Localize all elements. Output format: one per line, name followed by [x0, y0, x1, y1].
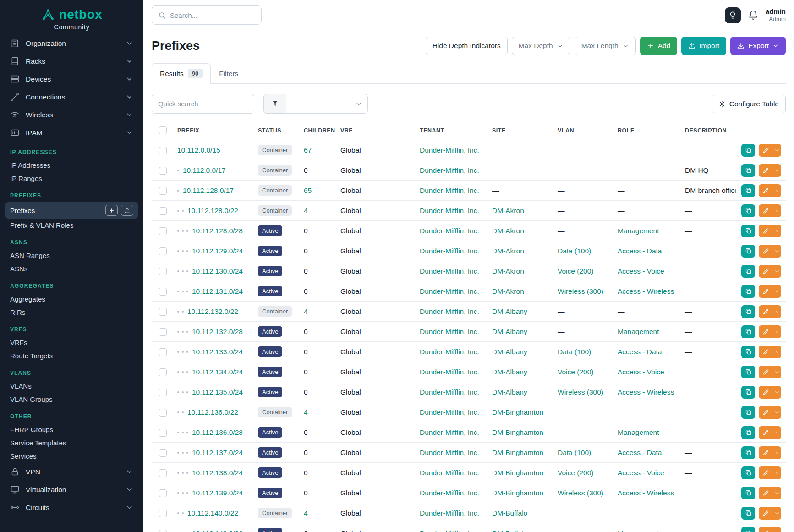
children-count-link[interactable]: 67	[304, 146, 312, 154]
copy-button[interactable]	[741, 265, 755, 278]
site-link[interactable]: DM-Akron	[492, 227, 524, 235]
vlan-link[interactable]: Voice (200)	[558, 368, 593, 376]
edit-button[interactable]	[759, 386, 772, 399]
row-checkbox[interactable]	[159, 348, 167, 356]
vlan-link[interactable]: Data (100)	[558, 348, 591, 356]
tenant-link[interactable]: Dunder-Mifflin, Inc.	[420, 287, 479, 295]
sidebar-link-ip-ranges[interactable]: IP Ranges	[5, 172, 138, 185]
edit-dropdown-toggle[interactable]	[772, 386, 781, 399]
edit-button[interactable]	[759, 507, 772, 520]
edit-button[interactable]	[759, 527, 772, 532]
prefix-link[interactable]: 10.112.131.0/24	[192, 287, 243, 295]
copy-button[interactable]	[741, 487, 755, 499]
role-link[interactable]: Management	[618, 328, 659, 335]
row-checkbox[interactable]	[159, 429, 167, 437]
site-link[interactable]: DM-Albany	[492, 307, 527, 315]
edit-button[interactable]	[759, 366, 772, 378]
column-header-prefix[interactable]: PREFIX	[173, 121, 253, 140]
copy-button[interactable]	[741, 366, 755, 378]
role-link[interactable]: Access - Wireless	[618, 287, 674, 295]
edit-dropdown-toggle[interactable]	[772, 144, 781, 157]
role-link[interactable]: Management	[618, 227, 659, 235]
site-link[interactable]: DM-Akron	[492, 287, 524, 295]
prefix-link[interactable]: 10.112.134.0/24	[192, 368, 243, 376]
saved-filter-select[interactable]	[286, 94, 368, 114]
vlan-link[interactable]: Wireless (300)	[558, 287, 603, 295]
edit-dropdown-toggle[interactable]	[772, 507, 781, 520]
brand[interactable]: netbox Community	[0, 0, 143, 31]
sidebar-link-rirs[interactable]: RIRs	[5, 306, 138, 319]
tenant-link[interactable]: Dunder-Mifflin, Inc.	[420, 489, 479, 497]
edit-button[interactable]	[759, 285, 772, 298]
max-depth-dropdown[interactable]: Max Depth	[512, 37, 570, 55]
sidebar-link-asns[interactable]: ASNs	[5, 262, 138, 275]
edit-dropdown-toggle[interactable]	[772, 204, 781, 217]
role-link[interactable]: Management	[618, 428, 659, 436]
sidebar-link-prefixes[interactable]: Prefixes	[5, 202, 138, 219]
prefix-link[interactable]: 10.112.0.0/17	[183, 166, 226, 174]
global-search-box[interactable]	[152, 5, 262, 25]
edit-button[interactable]	[759, 466, 772, 479]
edit-dropdown-toggle[interactable]	[772, 366, 781, 378]
edit-button[interactable]	[759, 144, 772, 157]
sidebar-link-service-templates[interactable]: Service Templates	[5, 436, 138, 450]
role-link[interactable]: Access - Data	[618, 247, 662, 255]
row-checkbox[interactable]	[159, 247, 167, 255]
copy-button[interactable]	[741, 305, 755, 318]
row-checkbox[interactable]	[159, 449, 167, 457]
prefix-link[interactable]: 10.112.135.0/24	[192, 388, 243, 396]
row-checkbox[interactable]	[159, 187, 167, 195]
site-link[interactable]: DM-Binghamton	[492, 489, 543, 497]
row-checkbox[interactable]	[159, 147, 167, 154]
role-link[interactable]: Access - Voice	[618, 469, 664, 477]
row-checkbox[interactable]	[159, 510, 167, 517]
role-link[interactable]: Access - Voice	[618, 267, 664, 275]
row-checkbox[interactable]	[159, 207, 167, 215]
edit-button[interactable]	[759, 184, 772, 197]
edit-button[interactable]	[759, 325, 772, 338]
edit-button[interactable]	[759, 245, 772, 258]
column-header-description[interactable]: DESCRIPTION	[680, 121, 736, 140]
site-link[interactable]: DM-Binghamton	[492, 428, 543, 436]
tenant-link[interactable]: Dunder-Mifflin, Inc.	[420, 529, 479, 532]
sidebar-link-vlans[interactable]: VLANs	[5, 379, 138, 393]
edit-button[interactable]	[759, 305, 772, 318]
vlan-link[interactable]: Data (100)	[558, 247, 591, 255]
prefix-link[interactable]: 10.112.136.0/28	[192, 428, 243, 436]
prefix-link[interactable]: 10.112.0.0/15	[177, 146, 220, 154]
edit-dropdown-toggle[interactable]	[772, 487, 781, 499]
vlan-link[interactable]: Wireless (300)	[558, 489, 603, 497]
role-link[interactable]: Access - Wireless	[618, 388, 674, 396]
edit-button[interactable]	[759, 265, 772, 278]
copy-button[interactable]	[741, 325, 755, 338]
quick-search-input[interactable]	[152, 94, 254, 114]
column-header-site[interactable]: SITE	[487, 121, 553, 140]
children-count-link[interactable]: 4	[304, 307, 308, 315]
sidebar-item-wireless[interactable]: Wireless	[5, 106, 138, 124]
row-checkbox[interactable]	[159, 328, 167, 336]
prefix-link[interactable]: 10.112.140.0/28	[192, 529, 243, 532]
tenant-link[interactable]: Dunder-Mifflin, Inc.	[420, 348, 479, 356]
role-link[interactable]: Access - Voice	[618, 368, 664, 376]
prefix-link[interactable]: 10.112.136.0/22	[187, 408, 238, 416]
edit-dropdown-toggle[interactable]	[772, 305, 781, 318]
prefix-link[interactable]: 10.112.129.0/24	[192, 247, 243, 255]
copy-button[interactable]	[741, 225, 755, 237]
sidebar-link-prefix-vlan-roles[interactable]: Prefix & VLAN Roles	[5, 219, 138, 232]
vlan-link[interactable]: Voice (200)	[558, 267, 593, 275]
global-search-input[interactable]	[170, 11, 255, 19]
tab-filters[interactable]: Filters	[211, 63, 246, 84]
tenant-link[interactable]: Dunder-Mifflin, Inc.	[420, 227, 479, 235]
site-link[interactable]: DM-Albany	[492, 368, 527, 376]
row-checkbox[interactable]	[159, 308, 167, 316]
role-link[interactable]: Management	[618, 529, 659, 532]
children-count-link[interactable]: 4	[304, 408, 308, 416]
sidebar-link-fhrp-groups[interactable]: FHRP Groups	[5, 423, 138, 436]
sidebar-item-racks[interactable]: Racks	[5, 52, 138, 70]
prefix-link[interactable]: 10.112.140.0/22	[187, 509, 238, 517]
tenant-link[interactable]: Dunder-Mifflin, Inc.	[420, 428, 479, 436]
row-checkbox[interactable]	[159, 227, 167, 235]
site-link[interactable]: DM-Binghamton	[492, 469, 543, 477]
edit-button[interactable]	[759, 406, 772, 419]
sidebar-link-asn-ranges[interactable]: ASN Ranges	[5, 249, 138, 262]
